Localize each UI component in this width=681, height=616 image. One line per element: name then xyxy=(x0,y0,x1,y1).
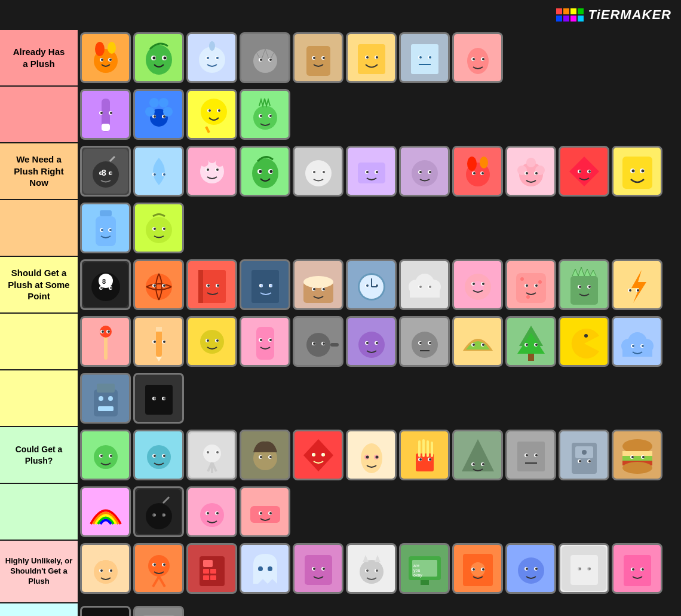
item-leafy2[interactable] xyxy=(240,146,290,197)
item-ice-cube[interactable] xyxy=(399,32,450,83)
item-boxy[interactable] xyxy=(505,430,556,480)
item-triangle[interactable] xyxy=(452,430,503,480)
item-grassy[interactable] xyxy=(240,89,290,140)
svg-point-310 xyxy=(323,453,325,456)
svg-rect-345 xyxy=(622,456,652,461)
item-taco[interactable] xyxy=(452,316,503,367)
tier-table: Already Hasa Plush xyxy=(0,30,681,616)
svg-rect-134 xyxy=(96,216,116,246)
item-cat1[interactable] xyxy=(80,543,131,594)
item-cake[interactable] xyxy=(293,259,343,310)
item-black-ball[interactable] xyxy=(80,606,131,616)
svg-point-83 xyxy=(207,168,209,171)
item-foxy[interactable] xyxy=(240,32,290,83)
item-red-dia[interactable] xyxy=(293,430,343,480)
item-black-sq[interactable] xyxy=(133,373,184,424)
item-woody[interactable] xyxy=(293,32,343,83)
item-teardrop[interactable] xyxy=(133,146,184,197)
item-needle[interactable] xyxy=(452,32,503,83)
tier-label-already-has-plush-2 xyxy=(0,87,78,142)
item-golf-ball[interactable] xyxy=(293,146,343,197)
item-gray-face[interactable] xyxy=(399,316,450,367)
item-spongy[interactable] xyxy=(505,259,556,310)
item-fries[interactable] xyxy=(399,430,450,480)
item-match[interactable] xyxy=(80,316,131,367)
item-eraser2[interactable] xyxy=(240,486,290,537)
item-bomby[interactable]: 8 xyxy=(80,146,131,197)
item-notebook[interactable] xyxy=(240,259,290,310)
tier-label-need-plush-2 xyxy=(0,200,78,256)
item-yellow-face[interactable] xyxy=(612,146,662,197)
item-ghost[interactable] xyxy=(240,543,290,594)
svg-point-54 xyxy=(159,98,168,108)
item-book[interactable] xyxy=(186,259,237,310)
item-hang[interactable] xyxy=(133,543,184,594)
item-bottle[interactable] xyxy=(80,203,131,253)
item-fluffy[interactable] xyxy=(505,146,556,197)
item-8ball[interactable]: 8 xyxy=(80,259,131,310)
item-bomb2[interactable] xyxy=(133,486,184,537)
svg-point-230 xyxy=(216,339,219,342)
svg-marker-395 xyxy=(363,555,369,562)
svg-point-114 xyxy=(481,172,484,174)
item-white-sq[interactable] xyxy=(559,543,609,594)
item-remote[interactable] xyxy=(240,316,290,367)
item-burger[interactable] xyxy=(612,430,662,480)
svg-rect-213 xyxy=(104,336,108,360)
item-pink-box[interactable] xyxy=(293,543,343,594)
item-pencil[interactable] xyxy=(133,316,184,367)
item-tennis-ball[interactable] xyxy=(399,146,450,197)
svg-point-42 xyxy=(473,58,475,60)
item-rainbow[interactable] xyxy=(80,486,131,537)
svg-marker-123 xyxy=(569,157,599,186)
svg-point-43 xyxy=(482,58,484,60)
item-tennis2[interactable] xyxy=(133,203,184,253)
item-grassy2[interactable] xyxy=(559,259,609,310)
item-gray-sq[interactable] xyxy=(133,606,184,616)
item-machine[interactable] xyxy=(186,543,237,594)
item-ruby[interactable] xyxy=(559,146,609,197)
item-pan[interactable] xyxy=(293,316,343,367)
item-firey2[interactable] xyxy=(452,146,503,197)
item-tree[interactable] xyxy=(505,316,556,367)
item-purple[interactable] xyxy=(346,316,397,367)
svg-marker-306 xyxy=(303,439,333,471)
item-green-sm[interactable] xyxy=(80,430,131,480)
item-pac[interactable] xyxy=(559,316,609,367)
item-pink-char[interactable] xyxy=(186,486,237,537)
item-lightning[interactable] xyxy=(612,259,662,310)
svg-point-69 xyxy=(269,115,272,117)
item-ball-blue[interactable] xyxy=(505,543,556,594)
item-leafy[interactable] xyxy=(133,32,184,83)
item-white-stick[interactable] xyxy=(186,430,237,480)
item-snowball[interactable] xyxy=(186,32,237,83)
svg-point-272 xyxy=(642,345,644,347)
item-eraser[interactable] xyxy=(346,146,397,197)
svg-point-225 xyxy=(163,341,165,343)
item-blocky[interactable] xyxy=(346,32,397,83)
item-marker[interactable] xyxy=(80,89,131,140)
item-basketball[interactable] xyxy=(133,259,184,310)
item-pink2[interactable] xyxy=(612,543,662,594)
item-locker[interactable] xyxy=(559,430,609,480)
item-hair[interactable] xyxy=(240,430,290,480)
svg-point-388 xyxy=(268,566,272,571)
item-magnet[interactable] xyxy=(186,316,237,367)
svg-point-148 xyxy=(100,287,103,289)
item-robot[interactable] xyxy=(80,373,131,424)
item-orange-sq[interactable] xyxy=(452,543,503,594)
item-flower[interactable] xyxy=(133,89,184,140)
item-blue-cloud[interactable] xyxy=(612,316,662,367)
item-daisy[interactable] xyxy=(186,146,237,197)
item-firey[interactable] xyxy=(80,32,131,83)
svg-point-118 xyxy=(526,158,536,167)
item-cat2[interactable] xyxy=(346,543,397,594)
item-cloud[interactable] xyxy=(399,259,450,310)
item-egg[interactable] xyxy=(346,430,397,480)
item-cyan-char[interactable] xyxy=(133,430,184,480)
item-clock[interactable] xyxy=(346,259,397,310)
item-donut[interactable] xyxy=(452,259,503,310)
item-lollipop[interactable] xyxy=(186,89,237,140)
item-screen[interactable]: areyouokay xyxy=(399,543,450,594)
svg-point-299 xyxy=(207,451,209,453)
